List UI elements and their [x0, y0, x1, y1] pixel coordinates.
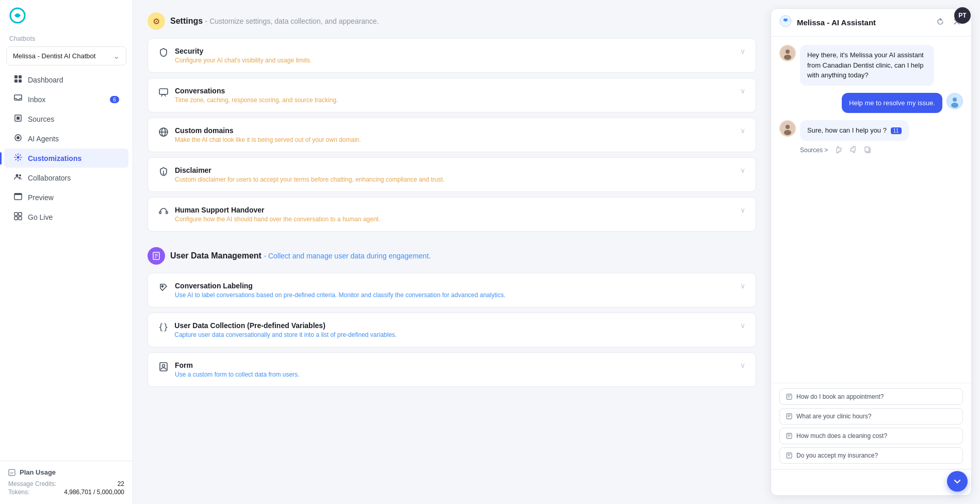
plan-usage-title: Plan Usage	[20, 468, 56, 476]
custom-domains-card-icon	[158, 127, 169, 140]
user-data-collection-card-title: User Data Collection (Pre-defined Variab…	[174, 321, 397, 330]
suggestion-icon-3	[786, 433, 792, 439]
chatbot-name: Melissa - Dentist AI Chatbot	[13, 52, 113, 60]
conversations-card-left: Conversations Time zone, caching, respon…	[158, 87, 338, 104]
sidebar-item-dashboard[interactable]: Dashboard	[4, 70, 128, 89]
suggestion-1-text: How do I book an appointment?	[796, 393, 884, 400]
suggestion-2-text: What are your clinic hours?	[796, 413, 871, 420]
security-card-desc: Configure your AI chat's visibility and …	[175, 57, 312, 64]
human-support-card[interactable]: Human Support Handover Configure how the…	[148, 197, 756, 232]
chatbots-label: Chatbots	[0, 31, 133, 44]
sources-icon	[13, 114, 23, 124]
chat-header: Melissa - AI Assistant	[771, 9, 971, 37]
sidebar-item-sources[interactable]: Sources	[4, 109, 128, 128]
sources-link[interactable]: Sources >	[800, 147, 828, 154]
custom-domains-card[interactable]: Custom domains Make the AI chat look lik…	[148, 118, 756, 152]
sidebar-item-collaborators-label: Collaborators	[28, 174, 71, 182]
form-card[interactable]: Form Use a custom form to collect data f…	[148, 352, 756, 387]
user-data-collection-card-icon: {}	[158, 322, 168, 332]
user-data-collection-card[interactable]: {} User Data Collection (Pre-defined Var…	[148, 313, 756, 347]
chat-input[interactable]	[778, 479, 946, 486]
svg-rect-1	[14, 75, 18, 78]
chatbot-selector[interactable]: Melissa - Dentist AI Chatbot ⌄	[6, 46, 126, 66]
conversation-labeling-card-chevron: ∨	[740, 282, 745, 290]
svg-rect-20	[159, 89, 168, 94]
disclaimer-card-chevron: ∨	[740, 166, 745, 174]
svg-rect-17	[14, 217, 18, 220]
user-profile-button[interactable]: PT	[954, 7, 971, 24]
security-card-left: Security Configure your AI chat's visibi…	[158, 47, 312, 64]
suggestion-icon	[786, 394, 792, 400]
copy-button[interactable]	[862, 145, 873, 156]
settings-section-icon: ⚙	[148, 12, 165, 30]
svg-rect-4	[19, 79, 22, 83]
user-data-section-title: User Data Management - Collect and manag…	[170, 251, 431, 261]
form-card-chevron: ∨	[740, 361, 745, 369]
sidebar-item-collaborators[interactable]: Collaborators	[4, 168, 128, 187]
suggestion-1[interactable]: How do I book an appointment?	[779, 388, 963, 405]
sidebar-item-preview-label: Preview	[28, 193, 54, 202]
inbox-icon	[13, 94, 23, 104]
custom-domains-card-text: Custom domains Make the AI chat look lik…	[175, 126, 361, 143]
svg-rect-14	[14, 193, 22, 195]
sidebar-item-ai-agents[interactable]: AI Agents	[4, 129, 128, 148]
collaborators-icon	[13, 173, 23, 183]
sidebar-item-preview[interactable]: Preview	[4, 188, 128, 207]
human-support-card-icon	[158, 206, 169, 219]
security-card[interactable]: Security Configure your AI chat's visibi…	[148, 38, 756, 73]
settings-section-title: Settings - Customize settings, data coll…	[170, 17, 379, 26]
suggestion-3[interactable]: How much does a cleaning cost?	[779, 428, 963, 444]
thumbs-up-button[interactable]	[833, 145, 844, 156]
svg-point-43	[786, 125, 790, 129]
user-data-title-text: User Data Management	[170, 251, 262, 260]
customizations-icon	[13, 153, 23, 163]
custom-domains-card-title: Custom domains	[175, 126, 361, 135]
chat-refresh-button[interactable]	[934, 15, 946, 30]
svg-point-9	[17, 136, 20, 139]
message-badge: 11	[891, 127, 902, 134]
user-data-collection-card-desc: Capture user data conversationally and s…	[174, 331, 397, 338]
sidebar: Chatbots Melissa - Dentist AI Chatbot ⌄ …	[0, 0, 133, 504]
user-bubble: Help me to resolve my issue.	[842, 93, 942, 113]
human-support-card-text: Human Support Handover Configure how the…	[175, 206, 380, 223]
sidebar-item-customizations-label: Customizations	[28, 154, 81, 162]
user-data-section-header: User Data Management - Collect and manag…	[148, 247, 756, 265]
settings-subtitle-text: - Customize settings, data collection, a…	[205, 17, 379, 25]
conversation-labeling-card-icon	[158, 282, 169, 295]
sidebar-nav: Dashboard Inbox 6 Sources AI Agents Cu	[0, 70, 133, 227]
disclaimer-card[interactable]: Disclaimer Custom disclaimer for users t…	[148, 157, 756, 192]
security-card-title: Security	[175, 47, 312, 55]
disclaimer-card-left: Disclaimer Custom disclaimer for users t…	[158, 166, 445, 183]
svg-point-37	[786, 50, 790, 54]
chat-scroll-down-button[interactable]	[947, 471, 968, 492]
conversation-labeling-card-desc: Use AI to label conversations based on p…	[175, 291, 505, 299]
conversations-card-title: Conversations	[175, 87, 338, 95]
suggestion-icon-4	[786, 452, 792, 459]
suggestion-2[interactable]: What are your clinic hours?	[779, 408, 963, 425]
chat-message-3: Sure, how can I help you ? 11	[779, 120, 963, 141]
conversation-labeling-card[interactable]: Conversation Labeling Use AI to label co…	[148, 273, 756, 307]
conversations-card[interactable]: Conversations Time zone, caching, respon…	[148, 78, 756, 112]
suggestion-4-text: Do you accept my insurance?	[796, 452, 878, 459]
conversation-labeling-card-left: Conversation Labeling Use AI to label co…	[158, 282, 505, 299]
disclaimer-card-icon	[158, 167, 169, 180]
svg-point-12	[19, 174, 21, 176]
go-live-icon	[13, 212, 23, 222]
user-data-collection-card-chevron: ∨	[740, 321, 745, 330]
svg-point-30	[162, 286, 164, 287]
suggestion-4[interactable]: Do you accept my insurance?	[779, 447, 963, 464]
chat-header-icon	[779, 15, 792, 30]
conversations-card-chevron: ∨	[740, 87, 745, 95]
assistant-bubble-2: Sure, how can I help you ? 11	[800, 120, 909, 141]
sidebar-item-inbox[interactable]: Inbox 6	[4, 90, 128, 109]
svg-rect-7	[17, 117, 20, 120]
settings-title-text: Settings	[170, 17, 203, 25]
assistant-avatar-2	[779, 120, 796, 137]
sidebar-item-go-live[interactable]: Go Live	[4, 207, 128, 226]
svg-rect-18	[19, 217, 22, 220]
human-support-card-chevron: ∨	[740, 206, 745, 214]
custom-domains-card-left: Custom domains Make the AI chat look lik…	[158, 126, 361, 143]
sidebar-item-customizations[interactable]: Customizations	[4, 149, 128, 168]
chat-actions	[833, 145, 873, 156]
thumbs-down-button[interactable]	[847, 145, 859, 156]
